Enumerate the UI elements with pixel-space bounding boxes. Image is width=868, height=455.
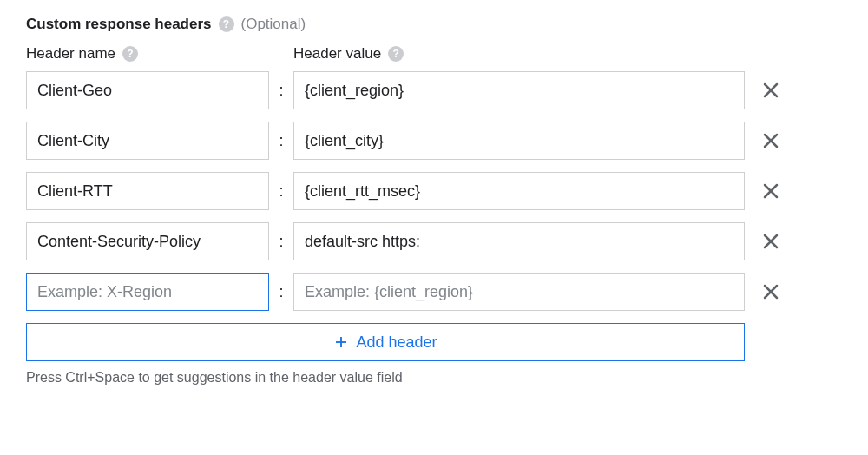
close-icon [760,130,781,151]
help-icon[interactable]: ? [219,16,234,32]
column-value-text: Header value [293,45,381,63]
column-label-value: Header value ? [293,45,745,63]
section-optional: (Optional) [241,16,306,33]
header-row: : [26,172,842,210]
header-value-input[interactable] [293,273,745,311]
add-header-label: Add header [356,333,437,352]
section-title: Custom response headers ? (Optional) [26,16,842,33]
colon-separator: : [269,233,293,251]
close-icon [760,181,781,201]
header-name-input[interactable] [26,273,269,311]
header-value-input[interactable] [293,71,745,109]
columns-header: Header name ? Header value ? [26,45,842,63]
column-name-text: Header name [26,45,115,63]
header-rows: ::::: [26,71,842,311]
remove-row-button[interactable] [745,281,797,302]
close-icon [760,80,781,101]
remove-row-button[interactable] [745,231,797,252]
remove-row-button[interactable] [745,181,797,201]
header-row: : [26,222,842,260]
header-value-input[interactable] [293,122,745,160]
header-row: : [26,71,842,109]
hint-text: Press Ctrl+Space to get suggestions in t… [26,370,842,386]
column-label-name: Header name ? [26,45,269,63]
colon-separator: : [269,132,293,150]
remove-row-button[interactable] [745,130,797,151]
help-icon[interactable]: ? [122,46,138,62]
header-value-input[interactable] [293,222,745,260]
section-title-text: Custom response headers [26,16,212,33]
colon-separator: : [269,182,293,201]
remove-row-button[interactable] [745,80,797,101]
add-header-button[interactable]: Add header [26,323,745,361]
help-icon[interactable]: ? [388,46,404,62]
colon-separator: : [269,283,293,301]
colon-separator: : [269,82,293,100]
plus-icon [333,334,349,350]
close-icon [760,231,781,252]
header-name-input[interactable] [26,122,269,160]
header-row: : [26,273,842,311]
header-name-input[interactable] [26,172,269,210]
header-name-input[interactable] [26,71,269,109]
header-row: : [26,122,842,160]
close-icon [760,281,781,302]
header-name-input[interactable] [26,222,269,260]
header-value-input[interactable] [293,172,745,210]
